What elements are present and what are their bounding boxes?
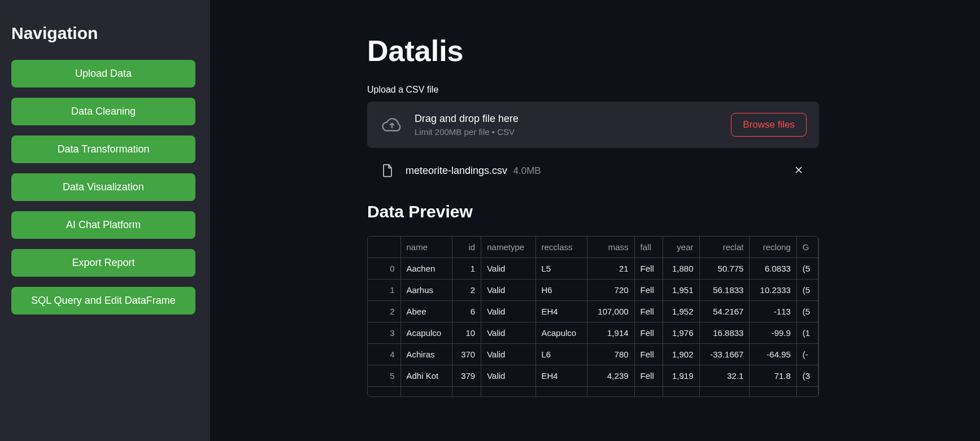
table-cell: 1 <box>452 258 481 280</box>
table-cell: 3 <box>368 322 400 344</box>
table-cell: Aarhus <box>400 280 452 301</box>
table-cell: Fell <box>634 322 663 344</box>
table-cell: Valid <box>481 344 535 365</box>
table-cell: Achiras <box>400 344 452 365</box>
table-row[interactable]: 3Acapulco10ValidAcapulco1,914Fell1,97616… <box>368 322 818 344</box>
table-cell: 1,902 <box>663 344 699 365</box>
table-cell: 10 <box>452 322 481 344</box>
table-cell: 1,952 <box>663 301 699 322</box>
table-cell: 1,919 <box>663 365 699 387</box>
table-cell: Fell <box>634 258 663 280</box>
table-cell: 1,880 <box>663 258 699 280</box>
table-cell: Valid <box>481 322 535 344</box>
col-recclass: recclass <box>535 237 587 258</box>
table-cell: 6 <box>452 301 481 322</box>
table-cell: 50.775 <box>699 258 750 280</box>
table-header-row: name id nametype recclass mass fall year… <box>368 237 818 258</box>
table-cell: (5 <box>796 258 818 280</box>
table-cell: Valid <box>481 258 535 280</box>
dropzone-title: Drag and drop file here <box>415 113 721 125</box>
file-size: 4.0MB <box>513 165 541 176</box>
table-row[interactable]: 4Achiras370ValidL6780Fell1,902-33.1667-6… <box>368 344 818 365</box>
nav-upload-data[interactable]: Upload Data <box>11 60 195 88</box>
table-cell: 4,239 <box>587 365 634 387</box>
browse-files-button[interactable]: Browse files <box>731 113 807 137</box>
table-cell: Adhi Kot <box>400 365 452 387</box>
col-reclat: reclat <box>699 237 750 258</box>
table-cell: EH4 <box>535 301 587 322</box>
table-cell: -64.95 <box>750 344 796 365</box>
table-cell: 6.0833 <box>750 258 796 280</box>
table-cell: (3 <box>796 365 818 387</box>
table-cell: 21 <box>587 258 634 280</box>
table-cell: Aachen <box>400 258 452 280</box>
table-cell: 4 <box>368 344 400 365</box>
table-row <box>368 387 818 397</box>
nav-sql-query[interactable]: SQL Query and Edit DataFrame <box>11 287 195 315</box>
table-cell: 0 <box>368 258 400 280</box>
dropzone-subtitle: Limit 200MB per file • CSV <box>415 127 721 137</box>
sidebar-title: Navigation <box>11 24 199 43</box>
nav-data-cleaning[interactable]: Data Cleaning <box>11 98 195 125</box>
table-cell: 16.8833 <box>699 322 750 344</box>
uploaded-file-row: meteorite-landings.csv 4.0MB <box>367 161 819 180</box>
col-id: id <box>452 237 481 258</box>
upload-label: Upload a CSV file <box>367 85 819 95</box>
table-cell: 107,000 <box>587 301 634 322</box>
table-cell: 56.1833 <box>699 280 750 301</box>
table-cell: 2 <box>368 301 400 322</box>
table-cell: Valid <box>481 280 535 301</box>
table-cell: 32.1 <box>699 365 750 387</box>
nav-data-visualization[interactable]: Data Visualization <box>11 173 195 201</box>
table-cell: 54.2167 <box>699 301 750 322</box>
table-row[interactable]: 5Adhi Kot379ValidEH44,239Fell1,91932.171… <box>368 365 818 387</box>
col-name: name <box>400 237 452 258</box>
table-cell: 10.2333 <box>750 280 796 301</box>
table-row[interactable]: 0Aachen1ValidL521Fell1,88050.7756.0833(5 <box>368 258 818 280</box>
file-icon <box>380 161 395 180</box>
col-mass: mass <box>587 237 634 258</box>
col-fall: fall <box>634 237 663 258</box>
table-cell: 71.8 <box>750 365 796 387</box>
table-cell: 780 <box>587 344 634 365</box>
cloud-upload-icon <box>380 115 404 135</box>
table-cell: Valid <box>481 301 535 322</box>
table-cell: 2 <box>452 280 481 301</box>
app-title: Datalis <box>367 34 819 68</box>
table-row[interactable]: 1Aarhus2ValidH6720Fell1,95156.183310.233… <box>368 280 818 301</box>
nav-data-transformation[interactable]: Data Transformation <box>11 136 195 163</box>
table-row[interactable]: 2Abee6ValidEH4107,000Fell1,95254.2167-11… <box>368 301 818 322</box>
table-cell: (- <box>796 344 818 365</box>
table-cell: Fell <box>634 280 663 301</box>
table-cell: 370 <box>452 344 481 365</box>
table-cell: Abee <box>400 301 452 322</box>
nav-export-report[interactable]: Export Report <box>11 249 195 277</box>
col-reclong: reclong <box>750 237 796 258</box>
table-cell: Acapulco <box>400 322 452 344</box>
data-preview-table[interactable]: name id nametype recclass mass fall year… <box>367 236 819 397</box>
table-cell: H6 <box>535 280 587 301</box>
table-cell: -113 <box>750 301 796 322</box>
col-year: year <box>663 237 699 258</box>
table-cell: -33.1667 <box>699 344 750 365</box>
table-cell: Fell <box>634 365 663 387</box>
table-cell: 720 <box>587 280 634 301</box>
data-preview-title: Data Preview <box>367 202 819 221</box>
col-index <box>368 237 400 258</box>
table-cell: Fell <box>634 344 663 365</box>
col-nametype: nametype <box>481 237 535 258</box>
file-dropzone[interactable]: Drag and drop file here Limit 200MB per … <box>367 102 819 148</box>
table-cell: (5 <box>796 280 818 301</box>
table-cell: 1,976 <box>663 322 699 344</box>
table-cell: 379 <box>452 365 481 387</box>
col-geolocation: G <box>796 237 818 258</box>
table-cell: 1 <box>368 280 400 301</box>
table-cell: EH4 <box>535 365 587 387</box>
main-content: Datalis Upload a CSV file Drag and drop … <box>210 0 980 441</box>
sidebar: Navigation Upload Data Data Cleaning Dat… <box>0 0 210 441</box>
remove-file-button[interactable] <box>791 162 807 180</box>
table-cell: Acapulco <box>535 322 587 344</box>
table-cell: Fell <box>634 301 663 322</box>
nav-ai-chat-platform[interactable]: AI Chat Platform <box>11 211 195 239</box>
table-cell: L6 <box>535 344 587 365</box>
